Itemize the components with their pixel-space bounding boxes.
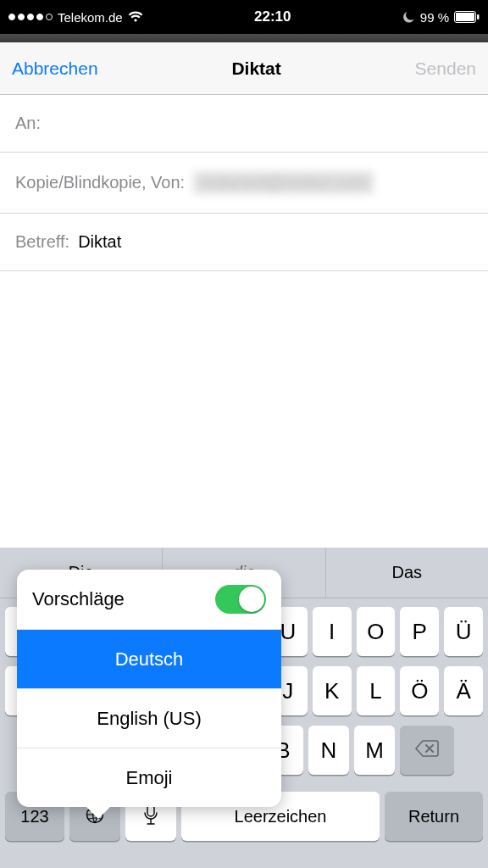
battery-icon	[454, 11, 480, 23]
battery-percent: 99 %	[420, 10, 449, 25]
key-ue[interactable]: Ü	[444, 607, 483, 656]
key-k[interactable]: K	[313, 666, 352, 715]
compose-nav-bar: Abbrechen Diktat Senden	[0, 42, 488, 95]
do-not-disturb-icon	[402, 11, 415, 24]
carrier-label: Telekom.de	[58, 10, 123, 25]
send-button[interactable]: Senden	[415, 58, 476, 79]
wifi-icon	[128, 11, 143, 23]
svg-rect-2	[477, 14, 480, 19]
cc-from-field[interactable]: Kopie/Blindkopie, Von: redacted@redact.c…	[0, 153, 488, 214]
backspace-icon	[414, 737, 440, 764]
suggestion-3[interactable]: Das	[326, 548, 488, 598]
cancel-button[interactable]: Abbrechen	[12, 58, 98, 79]
status-time: 22:10	[143, 8, 402, 25]
message-body[interactable]	[0, 271, 488, 492]
subject-label: Betreff:	[15, 232, 69, 252]
language-option-emoji[interactable]: Emoji	[17, 748, 281, 807]
subject-field[interactable]: Betreff: Diktat	[0, 214, 488, 271]
return-key[interactable]: Return	[385, 792, 483, 841]
to-field[interactable]: An:	[0, 95, 488, 153]
language-option-english[interactable]: English (US)	[17, 688, 281, 748]
key-i[interactable]: I	[313, 607, 352, 656]
from-address-redacted: redacted@redact.com	[193, 171, 374, 194]
microphone-icon	[143, 804, 158, 830]
status-bar: Telekom.de 22:10 99 %	[0, 0, 488, 34]
language-option-deutsch[interactable]: Deutsch	[17, 629, 281, 688]
signal-dots-icon	[8, 14, 53, 20]
key-o[interactable]: O	[357, 607, 396, 656]
keyboard-language-popup: Vorschläge Deutsch English (US) Emoji	[17, 570, 281, 807]
backspace-key[interactable]	[400, 726, 454, 775]
suggestions-toggle-row[interactable]: Vorschläge	[17, 570, 281, 629]
window-background-tab	[0, 34, 488, 42]
subject-value: Diktat	[78, 232, 121, 252]
to-label: An:	[15, 114, 41, 133]
keyboard: Die die Das Q W E R T Z U I O P Ü A S D	[0, 548, 488, 868]
nav-title: Diktat	[231, 58, 280, 79]
svg-rect-1	[456, 13, 474, 21]
key-n[interactable]: N	[308, 726, 349, 775]
key-l[interactable]: L	[357, 666, 396, 715]
key-m[interactable]: M	[354, 726, 395, 775]
key-ae[interactable]: Ä	[444, 666, 483, 715]
suggestions-toggle[interactable]	[215, 585, 266, 614]
suggestions-label: Vorschläge	[32, 588, 125, 610]
key-p[interactable]: P	[400, 607, 439, 656]
key-oe[interactable]: Ö	[400, 666, 439, 715]
cc-label: Kopie/Blindkopie, Von:	[15, 173, 185, 192]
